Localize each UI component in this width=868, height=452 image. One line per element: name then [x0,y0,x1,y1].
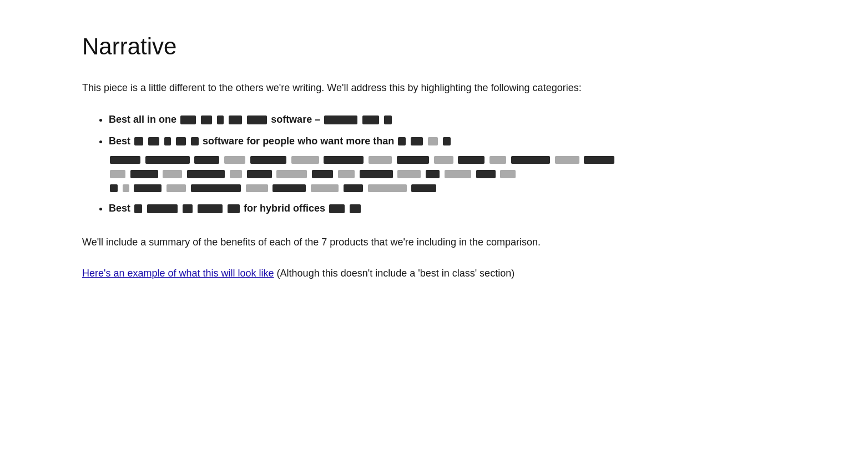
redacted-block [217,115,224,124]
bullet-2-bold-prefix: Best [109,135,130,147]
bullet-2-bold-suffix: software for people who want more than [203,135,394,147]
redacted-block [411,137,423,145]
redacted-block [247,115,267,124]
example-link[interactable]: Here's an example of what this will look… [82,268,274,279]
redacted-block [476,170,496,178]
redacted-block [230,170,242,178]
bullet-3-bold-prefix: Best [109,203,130,214]
redacted-block [110,184,118,192]
redacted-block [166,184,186,192]
redacted-block [183,204,193,213]
redacted-block [443,137,451,145]
redacted-block [229,115,242,124]
redacted-block [228,204,240,213]
redacted-block [384,115,392,124]
redacted-block [489,156,506,164]
link-paragraph: Here's an example of what this will look… [82,265,693,282]
summary-paragraph: We'll include a summary of the benefits … [82,234,693,250]
redacted-block [201,115,212,124]
bullet-1-bold-suffix: software – [271,114,320,125]
redacted-block [434,156,453,164]
redacted-block [368,184,407,192]
redacted-block [194,156,219,164]
redacted-block [511,156,550,164]
redacted-block [397,170,421,178]
page-title: Narrative [82,33,786,60]
redacted-block [338,170,355,178]
redacted-block [246,184,268,192]
redacted-block [272,184,306,192]
redacted-block [500,170,516,178]
redacted-block [398,137,406,145]
category-list: Best all in one software – Best software… [82,112,748,217]
redacted-block [176,137,186,145]
redacted-block [198,204,223,213]
redacted-block [362,115,379,124]
redacted-block [428,137,438,145]
redacted-block [163,170,182,178]
list-item: Best all in one software – [109,112,748,128]
redacted-block [584,156,614,164]
redacted-block [147,204,178,213]
redacted-block [134,204,142,213]
redacted-block [191,184,241,192]
redacted-block [145,156,190,164]
redacted-block [458,156,485,164]
redacted-block [224,156,245,164]
redacted-block [134,137,143,145]
redacted-block [250,156,286,164]
redacted-block [445,170,471,178]
redacted-block [164,137,171,145]
redacted-block [311,184,339,192]
redacted-block [369,156,392,164]
redacted-block [134,184,162,192]
redacted-block [329,204,345,213]
bullet-1-bold-prefix: Best all in one [109,114,176,125]
redacted-block [426,170,440,178]
redacted-block [191,137,199,145]
redacted-block [110,170,125,178]
link-suffix-text: (Although this doesn't include a 'best i… [274,268,515,279]
redacted-block [360,170,393,178]
redacted-block [247,170,272,178]
redacted-block [344,184,363,192]
redacted-block [555,156,579,164]
redacted-block [130,170,158,178]
redacted-block [291,156,319,164]
redacted-block [180,115,196,124]
redacted-block [312,170,333,178]
redacted-block [123,184,129,192]
bullet-3-bold-suffix: for hybrid offices [244,203,325,214]
redacted-block [276,170,307,178]
intro-paragraph: This piece is a little different to the … [82,80,693,96]
list-item: Best software for people who want more t… [109,133,748,195]
redacted-block [397,156,429,164]
list-item: Best for hybrid offices [109,200,748,217]
redacted-block [350,204,361,213]
redacted-block [110,156,140,164]
redacted-block [324,115,357,124]
redacted-block [148,137,159,145]
redacted-block [324,156,364,164]
bullet-2-subtext [109,152,748,195]
redacted-block [411,184,436,192]
redacted-block [187,170,225,178]
